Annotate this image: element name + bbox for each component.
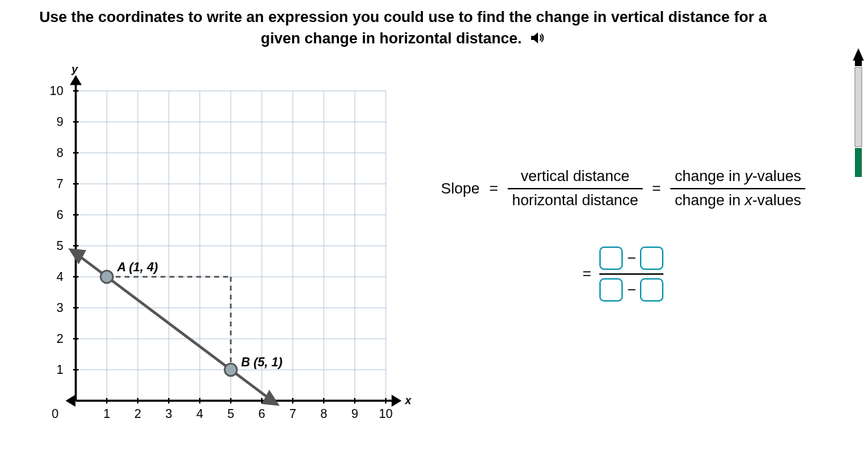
answer-box-4[interactable] — [640, 278, 663, 302]
tick-x-7: 7 — [289, 407, 296, 421]
svg-marker-50 — [71, 250, 84, 262]
change-x-label: change in x-values — [670, 189, 805, 211]
slope-label: Slope — [441, 180, 479, 198]
tick-y-6: 6 — [56, 208, 63, 222]
minus-icon: − — [627, 281, 636, 299]
answer-equals: = — [583, 265, 592, 283]
tick-x-9: 9 — [351, 407, 358, 421]
tick-y-10: 10 — [50, 84, 63, 98]
question-line1: Use the coordinates to write an expressi… — [39, 8, 767, 25]
horizontal-distance-label: horizontal distance — [508, 189, 642, 211]
point-a-label: A (1, 4) — [116, 260, 158, 274]
tick-x-0: 0 — [52, 407, 59, 421]
vertical-distance-label: vertical distance — [517, 167, 634, 188]
tick-y-3: 3 — [56, 301, 63, 315]
svg-rect-55 — [855, 61, 862, 66]
change-y-label: change in y-values — [670, 167, 805, 188]
tick-y-5: 5 — [56, 239, 63, 253]
coordinate-graph: A (1, 4) B (5, 1) x y 0 1 2 3 4 5 6 7 8 … — [28, 63, 413, 421]
tick-x-8: 8 — [320, 407, 327, 421]
answer-box-2[interactable] — [640, 247, 663, 270]
svg-marker-54 — [853, 48, 864, 61]
y-axis-label: y — [71, 63, 79, 75]
answer-box-3[interactable] — [599, 278, 623, 302]
question-line2: given change in horizontal distance. — [260, 30, 521, 47]
tick-x-10: 10 — [379, 407, 393, 421]
svg-marker-51 — [264, 392, 277, 404]
tick-y-9: 9 — [56, 115, 63, 129]
question-text: Use the coordinates to write an expressi… — [0, 0, 868, 50]
svg-point-53 — [225, 364, 237, 376]
x-axis-label: x — [404, 395, 412, 406]
slope-formula: Slope = vertical distance horizontal dis… — [441, 167, 805, 302]
fraction-distance: vertical distance horizontal distance — [508, 167, 642, 210]
svg-marker-24 — [393, 397, 400, 405]
tick-y-2: 2 — [56, 332, 63, 346]
fraction-change: change in y-values change in x-values — [670, 167, 805, 210]
tick-x-3: 3 — [165, 407, 172, 421]
tick-x-4: 4 — [196, 407, 203, 421]
svg-marker-25 — [72, 77, 80, 84]
svg-marker-26 — [68, 397, 74, 405]
tick-y-7: 7 — [56, 177, 63, 191]
point-b-label: B (5, 1) — [241, 355, 282, 369]
tick-y-8: 8 — [56, 146, 63, 160]
audio-icon[interactable] — [530, 29, 546, 50]
answer-box-1[interactable] — [599, 247, 623, 270]
equals-sign-2: = — [652, 180, 661, 198]
tick-x-6: 6 — [258, 407, 265, 421]
equals-sign: = — [489, 180, 498, 198]
svg-rect-57 — [855, 148, 862, 177]
tick-y-4: 4 — [56, 270, 63, 284]
tick-y-1: 1 — [56, 363, 63, 377]
answer-expression: = − − — [441, 245, 805, 303]
tick-x-2: 2 — [134, 407, 141, 421]
tick-x-5: 5 — [227, 407, 234, 421]
minus-icon: − — [627, 249, 636, 267]
tick-x-1: 1 — [103, 407, 110, 421]
svg-point-52 — [101, 271, 113, 283]
svg-rect-56 — [855, 67, 862, 147]
pen-tool-icon[interactable] — [849, 48, 868, 182]
